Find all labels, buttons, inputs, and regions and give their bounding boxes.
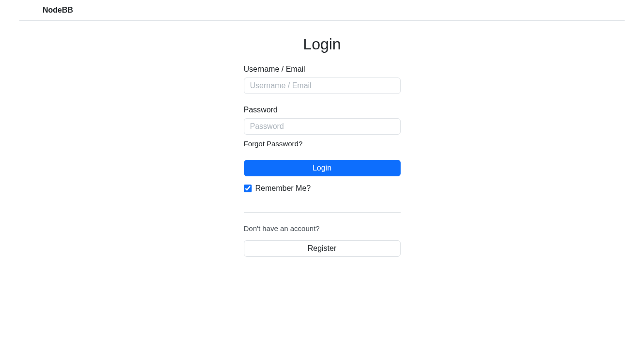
brand-link[interactable]: NodeBB	[43, 6, 73, 14]
remember-check: Remember Me?	[244, 184, 401, 193]
username-group: Username / Email	[244, 65, 401, 94]
forgot-password-link[interactable]: Forgot Password?	[244, 140, 303, 148]
login-button[interactable]: Login	[244, 160, 401, 176]
remember-checkbox[interactable]	[244, 185, 252, 192]
register-button[interactable]: Register	[244, 240, 401, 257]
login-box: Login Username / Email Password Forgot P…	[244, 35, 401, 257]
page-title: Login	[244, 35, 401, 53]
password-input[interactable]	[244, 118, 401, 135]
password-group: Password Forgot Password?	[244, 106, 401, 148]
password-label: Password	[244, 106, 401, 114]
divider	[244, 212, 401, 213]
register-prompt: Don't have an account?	[244, 224, 401, 232]
login-page: Login Username / Email Password Forgot P…	[0, 21, 644, 257]
username-input[interactable]	[244, 78, 401, 94]
username-label: Username / Email	[244, 65, 401, 74]
navbar: NodeBB	[19, 0, 625, 21]
remember-label: Remember Me?	[255, 184, 311, 193]
